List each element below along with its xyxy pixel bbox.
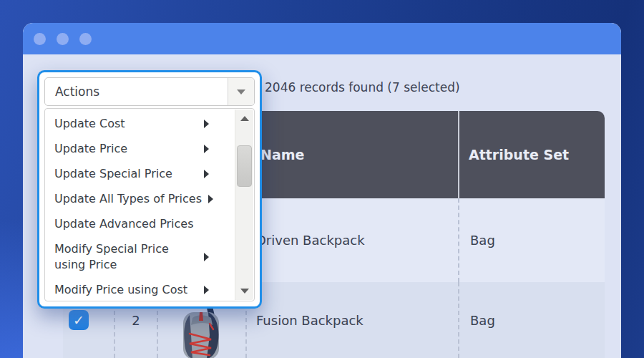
submenu-arrow-icon <box>204 170 209 178</box>
attribute-set-cell: Bag <box>458 282 605 358</box>
menu-item-label: Update Advanced Prices <box>54 217 194 231</box>
checkmark-icon: ✓ <box>73 314 84 327</box>
menu-item-label: Update Price <box>54 142 127 155</box>
actions-dropdown-panel: Actions Update Cost Update Price Update … <box>37 70 262 309</box>
backpack-product-image <box>181 306 223 358</box>
row-checkbox[interactable]: ✓ <box>69 310 89 330</box>
menu-item-label: Update Special Price <box>54 167 172 180</box>
menu-item-label: Modify Special Price using Price <box>54 242 169 271</box>
menu-item-update-cost[interactable]: Update Cost <box>45 111 235 136</box>
menu-item-label: Update Cost <box>54 117 125 130</box>
actions-select[interactable]: Actions <box>44 77 255 106</box>
window-dot-icon[interactable] <box>57 33 69 45</box>
scrollbar-thumb[interactable] <box>237 145 252 187</box>
menu-item-modify-price-using-cost[interactable]: Modify Price using Cost <box>45 277 235 301</box>
menu-item-modify-special-price-using-price[interactable]: Modify Special Price using Price <box>45 236 235 277</box>
window-titlebar <box>23 23 621 54</box>
actions-menu: Update Cost Update Price Update Special … <box>44 108 255 301</box>
submenu-arrow-icon <box>204 120 209 128</box>
submenu-arrow-icon <box>204 286 209 294</box>
menu-item-update-special-price[interactable]: Update Special Price <box>45 161 235 186</box>
menu-item-label: Update All Types of Prices <box>54 192 202 205</box>
window-dot-icon[interactable] <box>34 33 46 45</box>
scroll-up-icon[interactable] <box>240 116 249 121</box>
window-dot-icon[interactable] <box>79 33 92 45</box>
scroll-down-icon[interactable] <box>240 289 249 294</box>
column-header-name[interactable]: Name <box>245 111 458 198</box>
attribute-set-cell: Bag <box>458 198 605 282</box>
product-name-cell: Driven Backpack <box>245 198 458 282</box>
browser-window: 2046 records found (7 selected) Name Att… <box>23 23 621 358</box>
actions-select-label: Actions <box>45 84 228 99</box>
menu-item-update-advanced-prices[interactable]: Update Advanced Prices <box>45 211 235 236</box>
menu-item-update-price[interactable]: Update Price <box>45 136 235 161</box>
menu-item-label: Modify Price using Cost <box>54 283 187 296</box>
select-caret-button[interactable] <box>228 78 254 105</box>
records-count-label: 2046 records found (7 selected) <box>265 80 460 95</box>
menu-scrollbar[interactable] <box>235 110 253 300</box>
menu-item-update-all-types-of-prices[interactable]: Update All Types of Prices <box>45 186 235 211</box>
submenu-arrow-icon <box>204 145 209 153</box>
submenu-arrow-icon <box>208 195 213 203</box>
column-header-attribute-set[interactable]: Attribute Set <box>458 111 605 198</box>
chevron-down-icon <box>237 90 245 95</box>
product-name-cell: Fusion Backpack <box>245 282 458 358</box>
submenu-arrow-icon <box>204 253 209 261</box>
